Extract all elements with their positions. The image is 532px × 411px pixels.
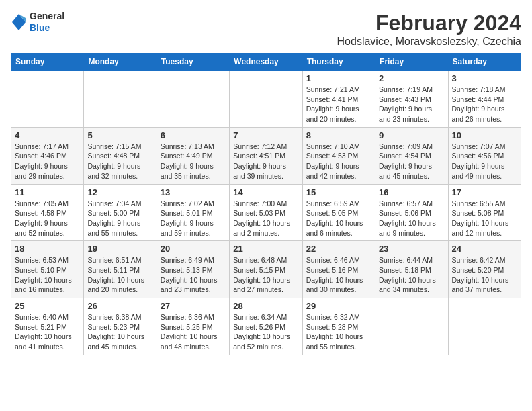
day-info: Sunrise: 7:21 AM Sunset: 4:41 PM Dayligh…: [306, 85, 371, 124]
week-row: 1Sunrise: 7:21 AM Sunset: 4:41 PM Daylig…: [11, 71, 521, 128]
header-saturday: Saturday: [448, 54, 521, 71]
svg-marker-0: [12, 14, 26, 30]
calendar-cell: 5Sunrise: 7:15 AM Sunset: 4:48 PM Daylig…: [84, 127, 157, 184]
day-number: 18: [15, 244, 80, 254]
day-number: 21: [233, 244, 298, 254]
calendar-cell: [375, 298, 448, 355]
day-info: Sunrise: 6:46 AM Sunset: 5:16 PM Dayligh…: [306, 255, 371, 295]
calendar-cell: 24Sunrise: 6:42 AM Sunset: 5:20 PM Dayli…: [448, 241, 521, 298]
day-number: 25: [15, 301, 80, 311]
day-info: Sunrise: 6:40 AM Sunset: 5:21 PM Dayligh…: [15, 312, 80, 352]
calendar-cell: 25Sunrise: 6:40 AM Sunset: 5:21 PM Dayli…: [11, 298, 84, 355]
day-info: Sunrise: 7:04 AM Sunset: 5:00 PM Dayligh…: [87, 199, 152, 238]
day-info: Sunrise: 6:44 AM Sunset: 5:18 PM Dayligh…: [379, 255, 444, 295]
day-number: 15: [306, 187, 371, 197]
day-number: 6: [161, 130, 226, 140]
day-number: 17: [452, 187, 517, 197]
header-thursday: Thursday: [302, 54, 375, 71]
calendar-cell: 15Sunrise: 6:59 AM Sunset: 5:05 PM Dayli…: [302, 184, 375, 241]
day-number: 1: [306, 73, 371, 83]
header-row: SundayMondayTuesdayWednesdayThursdayFrid…: [11, 54, 521, 71]
day-number: 26: [87, 301, 152, 311]
header: General Blue February 2024 Hodslavice, M…: [11, 11, 521, 48]
day-info: Sunrise: 7:15 AM Sunset: 4:48 PM Dayligh…: [87, 142, 152, 181]
day-number: 13: [161, 187, 226, 197]
calendar-cell: 29Sunrise: 6:32 AM Sunset: 5:28 PM Dayli…: [302, 298, 375, 355]
day-info: Sunrise: 7:10 AM Sunset: 4:53 PM Dayligh…: [306, 142, 371, 181]
day-number: 28: [233, 301, 298, 311]
header-sunday: Sunday: [11, 54, 84, 71]
calendar-cell: 23Sunrise: 6:44 AM Sunset: 5:18 PM Dayli…: [375, 241, 448, 298]
day-number: 4: [15, 130, 80, 140]
title-area: February 2024 Hodslavice, Moravskoslezsk…: [337, 11, 521, 48]
calendar-cell: [448, 298, 521, 355]
day-info: Sunrise: 7:07 AM Sunset: 4:56 PM Dayligh…: [452, 142, 517, 181]
day-number: 9: [379, 130, 444, 140]
day-info: Sunrise: 7:09 AM Sunset: 4:54 PM Dayligh…: [379, 142, 444, 181]
logo-icon: [11, 13, 27, 32]
day-number: 2: [379, 73, 444, 83]
logo-general: General: [30, 11, 64, 22]
calendar-cell: 20Sunrise: 6:49 AM Sunset: 5:13 PM Dayli…: [157, 241, 229, 298]
calendar-cell: 13Sunrise: 7:02 AM Sunset: 5:01 PM Dayli…: [157, 184, 229, 241]
day-number: 16: [379, 187, 444, 197]
calendar-cell: 9Sunrise: 7:09 AM Sunset: 4:54 PM Daylig…: [375, 127, 448, 184]
calendar-cell: [230, 71, 302, 128]
day-number: 12: [87, 187, 152, 197]
day-info: Sunrise: 6:59 AM Sunset: 5:05 PM Dayligh…: [306, 199, 371, 238]
week-row: 4Sunrise: 7:17 AM Sunset: 4:46 PM Daylig…: [11, 127, 521, 184]
day-number: 22: [306, 244, 371, 254]
day-info: Sunrise: 7:05 AM Sunset: 4:58 PM Dayligh…: [15, 199, 80, 238]
calendar-cell: 22Sunrise: 6:46 AM Sunset: 5:16 PM Dayli…: [302, 241, 375, 298]
calendar-cell: 2Sunrise: 7:19 AM Sunset: 4:43 PM Daylig…: [375, 71, 448, 128]
day-info: Sunrise: 6:36 AM Sunset: 5:25 PM Dayligh…: [161, 312, 226, 352]
day-info: Sunrise: 7:00 AM Sunset: 5:03 PM Dayligh…: [233, 199, 298, 238]
calendar-cell: 28Sunrise: 6:34 AM Sunset: 5:26 PM Dayli…: [230, 298, 302, 355]
logo-blue: Blue: [30, 22, 64, 34]
month-title: February 2024: [337, 11, 521, 36]
day-info: Sunrise: 7:02 AM Sunset: 5:01 PM Dayligh…: [161, 199, 226, 238]
day-number: 7: [233, 130, 298, 140]
calendar-cell: 18Sunrise: 6:53 AM Sunset: 5:10 PM Dayli…: [11, 241, 84, 298]
day-info: Sunrise: 7:12 AM Sunset: 4:51 PM Dayligh…: [233, 142, 298, 181]
day-number: 11: [15, 187, 80, 197]
week-row: 11Sunrise: 7:05 AM Sunset: 4:58 PM Dayli…: [11, 184, 521, 241]
calendar-cell: 19Sunrise: 6:51 AM Sunset: 5:11 PM Dayli…: [84, 241, 157, 298]
calendar-cell: 3Sunrise: 7:18 AM Sunset: 4:44 PM Daylig…: [448, 71, 521, 128]
day-number: 20: [161, 244, 226, 254]
day-info: Sunrise: 7:17 AM Sunset: 4:46 PM Dayligh…: [15, 142, 80, 181]
day-number: 24: [452, 244, 517, 254]
day-number: 10: [452, 130, 517, 140]
day-number: 19: [87, 244, 152, 254]
day-info: Sunrise: 6:57 AM Sunset: 5:06 PM Dayligh…: [379, 199, 444, 238]
day-number: 14: [233, 187, 298, 197]
day-info: Sunrise: 6:48 AM Sunset: 5:15 PM Dayligh…: [233, 255, 298, 295]
calendar-cell: [157, 71, 229, 128]
day-number: 23: [379, 244, 444, 254]
calendar-cell: 6Sunrise: 7:13 AM Sunset: 4:49 PM Daylig…: [157, 127, 229, 184]
day-number: 29: [306, 301, 371, 311]
week-row: 25Sunrise: 6:40 AM Sunset: 5:21 PM Dayli…: [11, 298, 521, 355]
week-row: 18Sunrise: 6:53 AM Sunset: 5:10 PM Dayli…: [11, 241, 521, 298]
day-info: Sunrise: 6:42 AM Sunset: 5:20 PM Dayligh…: [452, 255, 517, 295]
calendar-cell: [11, 71, 84, 128]
logo-text: General Blue: [30, 11, 64, 34]
calendar-cell: 21Sunrise: 6:48 AM Sunset: 5:15 PM Dayli…: [230, 241, 302, 298]
day-info: Sunrise: 6:51 AM Sunset: 5:11 PM Dayligh…: [87, 255, 152, 295]
calendar-cell: 12Sunrise: 7:04 AM Sunset: 5:00 PM Dayli…: [84, 184, 157, 241]
day-info: Sunrise: 6:55 AM Sunset: 5:08 PM Dayligh…: [452, 199, 517, 238]
day-info: Sunrise: 7:18 AM Sunset: 4:44 PM Dayligh…: [452, 85, 517, 124]
calendar-cell: 7Sunrise: 7:12 AM Sunset: 4:51 PM Daylig…: [230, 127, 302, 184]
calendar-cell: 10Sunrise: 7:07 AM Sunset: 4:56 PM Dayli…: [448, 127, 521, 184]
day-info: Sunrise: 6:32 AM Sunset: 5:28 PM Dayligh…: [306, 312, 371, 352]
location-title: Hodslavice, Moravskoslezsky, Czechia: [337, 36, 521, 48]
header-tuesday: Tuesday: [157, 54, 229, 71]
day-info: Sunrise: 7:19 AM Sunset: 4:43 PM Dayligh…: [379, 85, 444, 124]
calendar-cell: 1Sunrise: 7:21 AM Sunset: 4:41 PM Daylig…: [302, 71, 375, 128]
header-wednesday: Wednesday: [230, 54, 302, 71]
day-number: 27: [161, 301, 226, 311]
calendar-cell: 4Sunrise: 7:17 AM Sunset: 4:46 PM Daylig…: [11, 127, 84, 184]
calendar-cell: 26Sunrise: 6:38 AM Sunset: 5:23 PM Dayli…: [84, 298, 157, 355]
calendar-cell: 27Sunrise: 6:36 AM Sunset: 5:25 PM Dayli…: [157, 298, 229, 355]
day-info: Sunrise: 6:49 AM Sunset: 5:13 PM Dayligh…: [161, 255, 226, 295]
